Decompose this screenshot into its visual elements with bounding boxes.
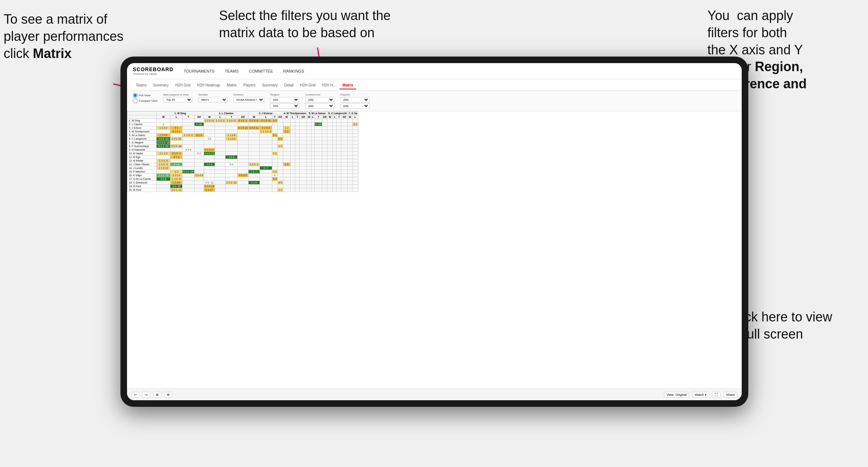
matrix-cell [194, 188, 204, 192]
sh-l5: L [311, 115, 314, 119]
matrix-cell [215, 126, 226, 130]
matrix-cell [272, 123, 278, 126]
players-select-1[interactable]: (All) [340, 97, 369, 103]
matrix-cell [283, 148, 290, 152]
tab-h2h-grid2[interactable]: H2H Grid [297, 82, 318, 89]
annotation-top-left: To see a matrix of player performances c… [4, 11, 124, 62]
table-row: 9. N Gabrelcik0 0 90 1 0 11 [127, 148, 358, 152]
matrix-cell [327, 152, 333, 155]
nav-committee[interactable]: COMMITTEE [247, 68, 274, 74]
matrix-cell [283, 134, 290, 137]
matrix-cell [295, 130, 300, 134]
zoom-btn[interactable]: ⊞ [153, 392, 161, 398]
matrix-cell [311, 148, 314, 152]
gender-select[interactable]: Men's [198, 97, 227, 103]
matrix-cell [194, 163, 204, 166]
matrix-cell [295, 163, 300, 166]
matrix-cell [290, 177, 295, 181]
matrix-cell [300, 119, 307, 123]
full-view-radio[interactable]: Full View [133, 93, 157, 98]
tab-summary[interactable]: Summary [150, 82, 172, 89]
nav-teams[interactable]: TEAMS [223, 68, 240, 74]
matrix-cell [341, 185, 348, 188]
matrix-cell [260, 188, 272, 192]
region-select-1[interactable]: N/A [270, 97, 299, 103]
view-original-btn[interactable]: View: Original [664, 392, 689, 398]
players-select-2[interactable]: (All) [340, 103, 369, 109]
tab-teams[interactable]: Teams [133, 82, 149, 89]
tab-matrix-active[interactable]: Matrix [339, 82, 356, 89]
matrix-cell [237, 148, 248, 152]
matrix-cell [226, 174, 238, 177]
matrix-cell [311, 163, 314, 166]
matrix-cell: 0 1 0 1 [170, 130, 183, 134]
matrix-cell [295, 181, 300, 185]
matrix-cell [237, 123, 248, 126]
fullscreen-btn[interactable]: ⛶ [712, 392, 721, 398]
sh-d6: Dif [341, 115, 348, 119]
matrix-cell [348, 163, 353, 166]
conference-select-1[interactable]: (All) [305, 97, 334, 103]
matrix-cell [333, 188, 337, 192]
matrix-cell [215, 148, 226, 152]
tab-h2h-heatmap[interactable]: H2H Heatmap [194, 82, 223, 89]
matrix-cell: 0 1 0 11 [204, 148, 215, 152]
matrix-cell [300, 170, 307, 174]
compact-view-radio[interactable]: Compact View [133, 99, 157, 103]
matrix-cell [194, 130, 204, 134]
table-row: 19. D Ford2 0 -200 1 0 13 [127, 185, 358, 188]
matrix-cell [337, 119, 341, 123]
matrix-cell [272, 144, 278, 148]
matrix-cell [322, 181, 327, 185]
matrix-cell [215, 152, 226, 155]
matrix-cell [272, 166, 278, 170]
table-row: 4. M Thorbjornsen0 1 0 11 1 1 0 -60 1 [127, 130, 358, 134]
tab-players[interactable]: Players [241, 82, 258, 89]
matrix-cell [183, 130, 195, 134]
matrix-cell [333, 185, 337, 188]
matrix-cell [352, 166, 358, 170]
matrix-cell [322, 141, 327, 144]
player-name-cell: 2. L Clanton [127, 123, 157, 126]
tab-summary2[interactable]: Summary [259, 82, 281, 89]
matrix-cell [333, 159, 337, 163]
matrix-cell [341, 188, 348, 192]
nav-tournaments[interactable]: TOURNAMENTS [182, 68, 216, 74]
matrix-cell [295, 166, 300, 170]
sh-d1: Dif [194, 115, 204, 119]
players-filter: Players (All) (All) [340, 93, 369, 109]
share-btn[interactable]: Share [723, 392, 737, 398]
max-players-label: Max players in view [163, 93, 192, 96]
col-6-lamprecht: 6. C Lamprecht [327, 112, 348, 115]
matrix-cell [204, 123, 215, 126]
undo-btn[interactable]: ↩ [131, 392, 139, 398]
gender-label: Gender [198, 93, 227, 96]
matrix-cell [348, 144, 353, 148]
matrix-cell [290, 185, 295, 188]
matrix-cell [341, 170, 348, 174]
division-select[interactable]: NCAA Division I [233, 97, 264, 103]
matrix-cell [337, 152, 341, 155]
matrix-cell: 1 1 0 6 [226, 134, 238, 137]
tab-h2h-h[interactable]: H2H H... [319, 82, 339, 89]
region-select-2[interactable]: N/A [270, 103, 299, 109]
matrix-cell [327, 144, 333, 148]
conference-select-2[interactable]: (All) [305, 103, 334, 109]
matrix-cell [183, 141, 195, 144]
matrix-cell [290, 134, 295, 137]
redo-btn[interactable]: ↪ [142, 392, 150, 398]
tab-detail[interactable]: Detail [281, 82, 297, 89]
nav-rankings[interactable]: RANKINGS [282, 68, 306, 74]
tab-matrix-main[interactable]: Matrix [224, 82, 239, 89]
matrix-container[interactable]: 1. W Ding 2. L Clanton 3. J Koivun 4. M … [127, 111, 742, 389]
watch-btn[interactable]: Watch ▾ [692, 392, 709, 398]
settings-btn[interactable]: ⚙ [164, 392, 172, 398]
matrix-cell: 0 2 [272, 177, 278, 181]
matrix-cell [315, 174, 322, 177]
matrix-cell [322, 144, 327, 148]
matrix-cell [204, 144, 215, 148]
max-players-select[interactable]: Top 25 [163, 97, 192, 103]
tab-h2h-grid[interactable]: H2H Grid [172, 82, 193, 89]
matrix-cell [337, 130, 341, 134]
matrix-cell [194, 155, 204, 159]
